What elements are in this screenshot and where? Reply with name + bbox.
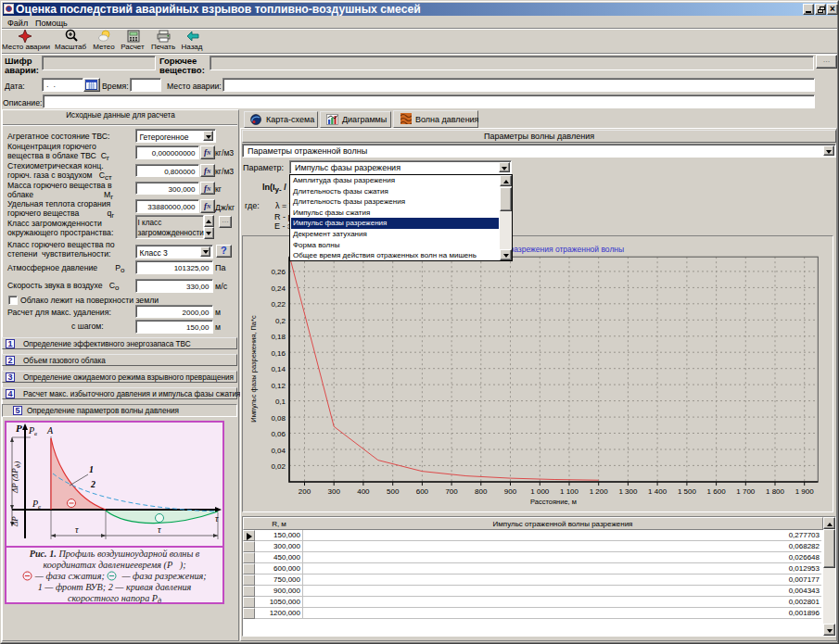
svg-text:0,14: 0,14	[271, 365, 286, 373]
svg-text:1 400: 1 400	[648, 487, 667, 496]
svg-text:1: 1	[89, 464, 94, 474]
svg-text:200: 200	[299, 487, 311, 496]
svg-text:τ: τ	[75, 524, 79, 535]
svg-text:ΔP: ΔP	[10, 516, 19, 527]
svg-text:1 200: 1 200	[590, 487, 609, 496]
svg-text:0,2: 0,2	[275, 317, 286, 325]
svg-text:A: A	[46, 425, 54, 436]
svg-text:1 300: 1 300	[618, 487, 638, 496]
svg-text:900: 900	[504, 487, 517, 496]
svg-text:400: 400	[357, 487, 370, 496]
svg-text:0,22: 0,22	[271, 300, 286, 309]
svg-text:0,1: 0,1	[275, 398, 286, 406]
svg-text:1 700: 1 700	[736, 487, 756, 496]
svg-text:Расстояние, м: Расстояние, м	[530, 498, 577, 506]
svg-text:1 800: 1 800	[766, 487, 785, 496]
svg-text:1 600: 1 600	[707, 487, 727, 496]
svg-text:0,06: 0,06	[271, 430, 286, 438]
svg-text:600: 600	[416, 487, 429, 496]
svg-text:Pв: Pв	[28, 425, 37, 437]
svg-text:1 100: 1 100	[560, 487, 579, 496]
svg-text:2: 2	[90, 479, 95, 489]
svg-text:Импульс фазы разрежения, Па*с: Импульс фазы разрежения, Па*с	[249, 315, 258, 423]
svg-text:0,24: 0,24	[271, 284, 286, 293]
svg-text:0,18: 0,18	[271, 333, 286, 341]
svg-text:0,08: 0,08	[271, 414, 286, 423]
svg-text:0,04: 0,04	[271, 447, 286, 455]
svg-text:300: 300	[328, 487, 341, 496]
svg-text:1 000: 1 000	[530, 487, 550, 496]
svg-text:0,16: 0,16	[271, 349, 286, 358]
svg-text:0,12: 0,12	[271, 382, 286, 390]
svg-text:τ: τ	[215, 513, 219, 524]
svg-text:P: P	[16, 423, 22, 434]
svg-text:700: 700	[445, 487, 458, 496]
svg-text:1 500: 1 500	[678, 487, 697, 496]
svg-text:0,26: 0,26	[271, 268, 286, 276]
svg-text:τ: τ	[158, 524, 161, 535]
svg-text:1 900: 1 900	[795, 487, 815, 496]
svg-text:500: 500	[387, 487, 400, 496]
svg-text:0,02: 0,02	[271, 462, 286, 471]
svg-text:800: 800	[475, 487, 488, 496]
